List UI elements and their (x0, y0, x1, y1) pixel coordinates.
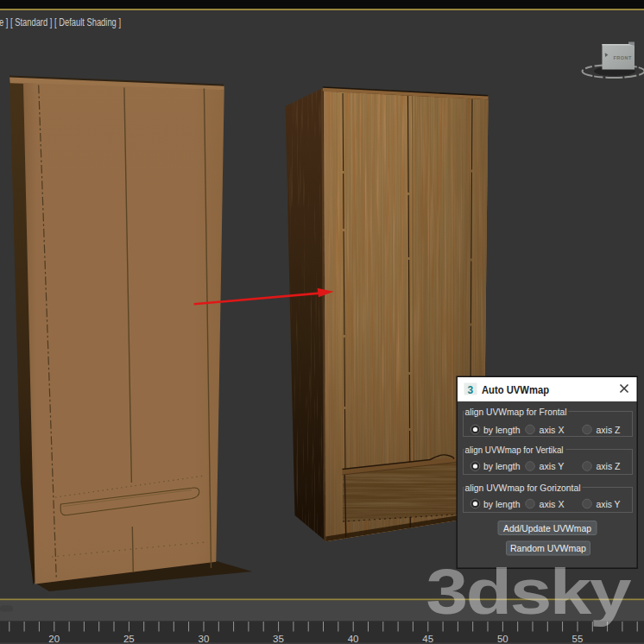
svg-text:Random UVWmap: Random UVWmap (510, 543, 586, 553)
svg-text:axis Y: axis Y (540, 461, 565, 471)
svg-text:align UVWmap for Gorizontal: align UVWmap for Gorizontal (465, 483, 581, 493)
svg-text:50: 50 (497, 634, 508, 644)
svg-text:align UVWmap for Vertikal: align UVWmap for Vertikal (465, 445, 564, 455)
svg-text:Auto UVWmap: Auto UVWmap (482, 384, 549, 396)
svg-text:axis Z: axis Z (597, 461, 621, 471)
svg-text:axis Y: axis Y (597, 499, 621, 509)
svg-text:by length: by length (483, 461, 521, 471)
svg-text:30: 30 (199, 634, 210, 644)
svg-text:25: 25 (123, 634, 135, 644)
svg-text:axis X: axis X (540, 425, 565, 435)
svg-text:align UVWmap for Frontal: align UVWmap for Frontal (465, 407, 567, 417)
svg-text:axis Z: axis Z (597, 425, 621, 435)
svg-text:55: 55 (572, 634, 584, 644)
svg-text:by length: by length (483, 425, 521, 435)
svg-text:35: 35 (273, 634, 284, 644)
svg-text:20: 20 (48, 634, 60, 644)
svg-text:45: 45 (422, 634, 433, 644)
svg-text:FRONT: FRONT (614, 55, 632, 60)
svg-text:by length: by length (483, 499, 521, 509)
svg-text:Add/Update UVWmap: Add/Update UVWmap (503, 523, 591, 534)
svg-text:3: 3 (468, 384, 474, 396)
svg-text:3dsky: 3dsky (426, 556, 632, 627)
svg-text:e ] [ Standard ] [ Default Sha: e ] [ Standard ] [ Default Shading ] (0, 16, 121, 28)
svg-text:axis X: axis X (540, 499, 565, 509)
svg-text:40: 40 (348, 634, 359, 644)
